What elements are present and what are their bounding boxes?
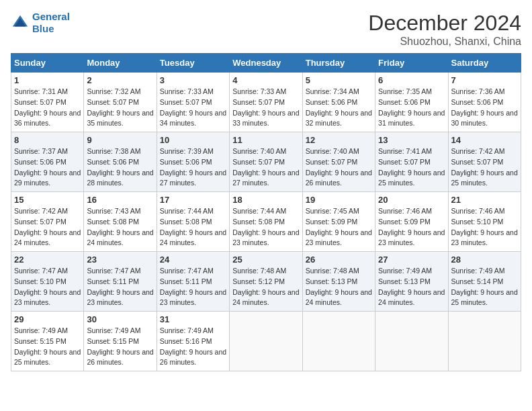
calendar-cell: 4 Sunrise: 7:33 AM Sunset: 5:07 PM Dayli… bbox=[230, 73, 302, 132]
day-number: 16 bbox=[87, 195, 153, 205]
calendar-table: Sunday Monday Tuesday Wednesday Thursday… bbox=[11, 53, 521, 371]
calendar-cell: 14 Sunrise: 7:42 AM Sunset: 5:07 PM Dayl… bbox=[448, 132, 521, 192]
col-monday: Monday bbox=[84, 54, 157, 73]
calendar-cell: 30 Sunrise: 7:49 AM Sunset: 5:15 PM Dayl… bbox=[84, 312, 157, 371]
col-sunday: Sunday bbox=[11, 54, 84, 73]
calendar-cell bbox=[230, 312, 302, 371]
calendar-cell: 19 Sunrise: 7:45 AM Sunset: 5:09 PM Dayl… bbox=[302, 192, 375, 252]
day-number: 19 bbox=[306, 195, 372, 205]
day-info: Sunrise: 7:36 AM Sunset: 5:06 PM Dayligh… bbox=[451, 87, 518, 129]
day-number: 7 bbox=[451, 75, 518, 85]
day-number: 8 bbox=[14, 135, 81, 145]
day-number: 18 bbox=[232, 195, 299, 205]
day-number: 26 bbox=[306, 255, 372, 265]
day-number: 25 bbox=[232, 255, 299, 265]
location-subtitle: Shuozhou, Shanxi, China bbox=[368, 36, 521, 48]
day-number: 5 bbox=[306, 75, 372, 85]
col-tuesday: Tuesday bbox=[157, 54, 229, 73]
day-number: 9 bbox=[87, 135, 153, 145]
calendar-cell: 16 Sunrise: 7:43 AM Sunset: 5:08 PM Dayl… bbox=[84, 192, 157, 252]
day-info: Sunrise: 7:47 AM Sunset: 5:11 PM Dayligh… bbox=[87, 266, 153, 308]
calendar-cell: 7 Sunrise: 7:36 AM Sunset: 5:06 PM Dayli… bbox=[448, 73, 521, 132]
calendar-cell bbox=[448, 312, 521, 371]
day-number: 12 bbox=[306, 135, 372, 145]
col-friday: Friday bbox=[375, 54, 448, 73]
day-number: 1 bbox=[14, 75, 81, 85]
day-info: Sunrise: 7:44 AM Sunset: 5:08 PM Dayligh… bbox=[232, 206, 299, 248]
day-number: 3 bbox=[160, 75, 226, 85]
logo: General Blue bbox=[11, 11, 70, 35]
day-number: 15 bbox=[14, 195, 81, 205]
day-number: 23 bbox=[87, 255, 153, 265]
col-wednesday: Wednesday bbox=[230, 54, 302, 73]
day-number: 10 bbox=[160, 135, 226, 145]
calendar-cell: 12 Sunrise: 7:40 AM Sunset: 5:07 PM Dayl… bbox=[302, 132, 375, 192]
calendar-cell bbox=[375, 312, 448, 371]
day-info: Sunrise: 7:49 AM Sunset: 5:15 PM Dayligh… bbox=[14, 326, 81, 368]
day-number: 11 bbox=[232, 135, 299, 145]
calendar-cell: 23 Sunrise: 7:47 AM Sunset: 5:11 PM Dayl… bbox=[84, 252, 157, 312]
calendar-cell: 2 Sunrise: 7:32 AM Sunset: 5:07 PM Dayli… bbox=[84, 73, 157, 132]
month-title: December 2024 bbox=[368, 11, 521, 36]
day-info: Sunrise: 7:49 AM Sunset: 5:14 PM Dayligh… bbox=[451, 266, 518, 308]
col-saturday: Saturday bbox=[448, 54, 521, 73]
calendar-cell: 28 Sunrise: 7:49 AM Sunset: 5:14 PM Dayl… bbox=[448, 252, 521, 312]
calendar-cell: 8 Sunrise: 7:37 AM Sunset: 5:06 PM Dayli… bbox=[11, 132, 84, 192]
day-info: Sunrise: 7:40 AM Sunset: 5:07 PM Dayligh… bbox=[306, 146, 372, 189]
calendar-cell: 31 Sunrise: 7:49 AM Sunset: 5:16 PM Dayl… bbox=[157, 312, 229, 371]
day-info: Sunrise: 7:39 AM Sunset: 5:06 PM Dayligh… bbox=[160, 146, 226, 189]
day-info: Sunrise: 7:49 AM Sunset: 5:15 PM Dayligh… bbox=[87, 326, 153, 368]
day-info: Sunrise: 7:37 AM Sunset: 5:06 PM Dayligh… bbox=[14, 146, 81, 189]
page-header: General Blue December 2024 Shuozhou, Sha… bbox=[11, 11, 521, 48]
day-number: 29 bbox=[14, 314, 81, 324]
logo-icon bbox=[11, 13, 30, 32]
day-info: Sunrise: 7:47 AM Sunset: 5:10 PM Dayligh… bbox=[14, 266, 81, 308]
calendar-cell: 1 Sunrise: 7:31 AM Sunset: 5:07 PM Dayli… bbox=[11, 73, 84, 132]
day-info: Sunrise: 7:32 AM Sunset: 5:07 PM Dayligh… bbox=[87, 87, 153, 129]
calendar-cell bbox=[302, 312, 375, 371]
day-number: 21 bbox=[451, 195, 518, 205]
day-info: Sunrise: 7:33 AM Sunset: 5:07 PM Dayligh… bbox=[160, 87, 226, 129]
day-info: Sunrise: 7:40 AM Sunset: 5:07 PM Dayligh… bbox=[232, 146, 299, 189]
day-info: Sunrise: 7:46 AM Sunset: 5:10 PM Dayligh… bbox=[451, 206, 518, 248]
calendar-cell: 26 Sunrise: 7:48 AM Sunset: 5:13 PM Dayl… bbox=[302, 252, 375, 312]
day-info: Sunrise: 7:42 AM Sunset: 5:07 PM Dayligh… bbox=[451, 146, 518, 189]
calendar-cell: 15 Sunrise: 7:42 AM Sunset: 5:07 PM Dayl… bbox=[11, 192, 84, 252]
day-info: Sunrise: 7:48 AM Sunset: 5:13 PM Dayligh… bbox=[306, 266, 372, 308]
day-info: Sunrise: 7:43 AM Sunset: 5:08 PM Dayligh… bbox=[87, 206, 153, 248]
calendar-cell: 3 Sunrise: 7:33 AM Sunset: 5:07 PM Dayli… bbox=[157, 73, 229, 132]
calendar-cell: 10 Sunrise: 7:39 AM Sunset: 5:06 PM Dayl… bbox=[157, 132, 229, 192]
day-info: Sunrise: 7:41 AM Sunset: 5:07 PM Dayligh… bbox=[378, 146, 445, 189]
day-info: Sunrise: 7:47 AM Sunset: 5:11 PM Dayligh… bbox=[160, 266, 226, 308]
day-number: 22 bbox=[14, 255, 81, 265]
day-number: 24 bbox=[160, 255, 226, 265]
calendar-cell: 21 Sunrise: 7:46 AM Sunset: 5:10 PM Dayl… bbox=[448, 192, 521, 252]
day-number: 17 bbox=[160, 195, 226, 205]
day-info: Sunrise: 7:44 AM Sunset: 5:08 PM Dayligh… bbox=[160, 206, 226, 248]
day-info: Sunrise: 7:33 AM Sunset: 5:07 PM Dayligh… bbox=[232, 87, 299, 129]
day-info: Sunrise: 7:48 AM Sunset: 5:12 PM Dayligh… bbox=[232, 266, 299, 308]
calendar-cell: 25 Sunrise: 7:48 AM Sunset: 5:12 PM Dayl… bbox=[230, 252, 302, 312]
calendar-cell: 29 Sunrise: 7:49 AM Sunset: 5:15 PM Dayl… bbox=[11, 312, 84, 371]
calendar-cell: 18 Sunrise: 7:44 AM Sunset: 5:08 PM Dayl… bbox=[230, 192, 302, 252]
calendar-cell: 22 Sunrise: 7:47 AM Sunset: 5:10 PM Dayl… bbox=[11, 252, 84, 312]
day-info: Sunrise: 7:42 AM Sunset: 5:07 PM Dayligh… bbox=[14, 206, 81, 248]
calendar-cell: 27 Sunrise: 7:49 AM Sunset: 5:13 PM Dayl… bbox=[375, 252, 448, 312]
day-info: Sunrise: 7:35 AM Sunset: 5:06 PM Dayligh… bbox=[378, 87, 445, 129]
logo-text: General Blue bbox=[32, 11, 70, 35]
day-number: 4 bbox=[232, 75, 299, 85]
calendar-cell: 20 Sunrise: 7:46 AM Sunset: 5:09 PM Dayl… bbox=[375, 192, 448, 252]
calendar-cell: 11 Sunrise: 7:40 AM Sunset: 5:07 PM Dayl… bbox=[230, 132, 302, 192]
calendar-header-row: Sunday Monday Tuesday Wednesday Thursday… bbox=[11, 54, 521, 73]
day-info: Sunrise: 7:45 AM Sunset: 5:09 PM Dayligh… bbox=[306, 206, 372, 248]
day-number: 13 bbox=[378, 135, 445, 145]
calendar-cell: 6 Sunrise: 7:35 AM Sunset: 5:06 PM Dayli… bbox=[375, 73, 448, 132]
calendar-cell: 24 Sunrise: 7:47 AM Sunset: 5:11 PM Dayl… bbox=[157, 252, 229, 312]
day-number: 31 bbox=[160, 314, 226, 324]
calendar-cell: 13 Sunrise: 7:41 AM Sunset: 5:07 PM Dayl… bbox=[375, 132, 448, 192]
col-thursday: Thursday bbox=[302, 54, 375, 73]
day-number: 14 bbox=[451, 135, 518, 145]
calendar-cell: 9 Sunrise: 7:38 AM Sunset: 5:06 PM Dayli… bbox=[84, 132, 157, 192]
day-number: 28 bbox=[451, 255, 518, 265]
day-number: 2 bbox=[87, 75, 153, 85]
